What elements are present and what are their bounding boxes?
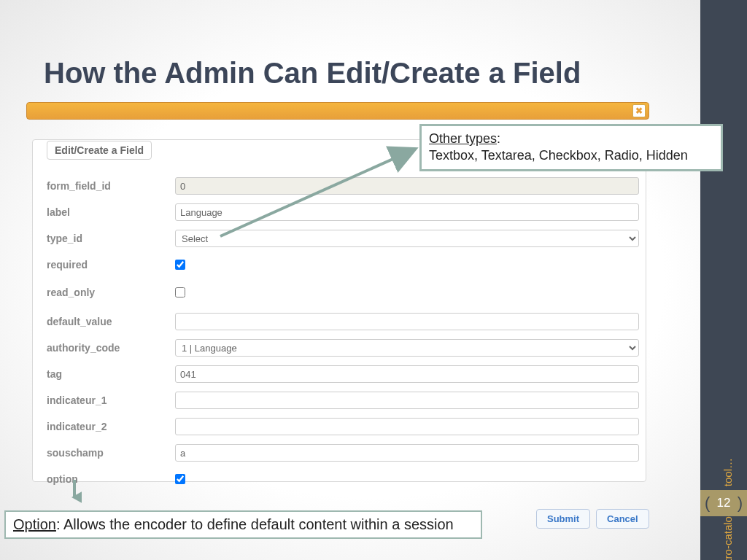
input-form-field-id bbox=[175, 177, 639, 195]
panel-legend: Edit/Create a Field bbox=[47, 141, 152, 160]
input-label[interactable] bbox=[175, 203, 639, 221]
slide-title: How the Admin Can Edit/Create a Field bbox=[44, 57, 581, 90]
row-authority-code: authority_code 1 | Language bbox=[47, 337, 639, 359]
label-type-id: type_id bbox=[47, 233, 175, 244]
row-form-field-id: form_field_id bbox=[47, 175, 639, 197]
page-number: 12 bbox=[700, 490, 747, 516]
input-default-value[interactable] bbox=[175, 313, 639, 330]
row-read-only: read_only bbox=[47, 281, 639, 303]
row-tag: tag bbox=[47, 363, 639, 385]
input-tag[interactable] bbox=[175, 365, 639, 383]
close-icon[interactable]: ✖ bbox=[632, 104, 646, 117]
row-label: label bbox=[47, 201, 639, 223]
select-authority-code[interactable]: 1 | Language bbox=[175, 339, 639, 357]
label-indicateur-1: indicateur_1 bbox=[47, 394, 175, 406]
callout-option: Option: Allows the encoder to define def… bbox=[4, 510, 482, 539]
cancel-button[interactable]: Cancel bbox=[596, 509, 649, 529]
row-default-value: default_value bbox=[47, 311, 639, 332]
row-option: option bbox=[47, 468, 639, 490]
label-form-field-id: form_field_id bbox=[47, 180, 175, 192]
select-type-id[interactable]: Select bbox=[175, 230, 639, 247]
label-read-only: read_only bbox=[47, 287, 175, 298]
input-indicateur-2[interactable] bbox=[175, 418, 639, 435]
checkbox-option[interactable] bbox=[175, 474, 185, 484]
label-indicateur-2: indicateur_2 bbox=[47, 421, 175, 432]
checkbox-read-only[interactable] bbox=[175, 287, 185, 298]
submit-button[interactable]: Submit bbox=[536, 509, 590, 529]
notification-bar: ✖ bbox=[26, 102, 649, 120]
row-type-id: type_id Select bbox=[47, 228, 639, 249]
slide-content: How the Admin Can Edit/Create a Field ✖ … bbox=[0, 0, 700, 560]
label-souschamp: souschamp bbox=[47, 447, 175, 459]
callout-other-types: Other types: Textbox, Textarea, Checkbox… bbox=[419, 124, 723, 171]
callout-types-body: Textbox, Textarea, Checkbox, Radio, Hidd… bbox=[429, 148, 688, 163]
checkbox-required[interactable] bbox=[175, 260, 185, 270]
label-label: label bbox=[47, 206, 175, 218]
row-indicateur-2: indicateur_2 bbox=[47, 416, 639, 438]
form-buttons: Submit Cancel bbox=[536, 509, 649, 529]
sidebar-stripe: Scriptorium, a retro-cataloguing tool… 1… bbox=[700, 0, 747, 560]
label-required: required bbox=[47, 259, 175, 271]
row-indicateur-1: indicateur_1 bbox=[47, 389, 639, 411]
callout-option-head: Option bbox=[13, 516, 56, 532]
label-authority-code: authority_code bbox=[47, 342, 175, 354]
callout-types-head: Other types bbox=[429, 131, 497, 146]
label-option: option bbox=[47, 473, 175, 485]
input-souschamp[interactable] bbox=[175, 444, 639, 462]
label-tag: tag bbox=[47, 368, 175, 380]
label-default-value: default_value bbox=[47, 316, 175, 327]
row-required: required bbox=[47, 254, 639, 276]
row-souschamp: souschamp bbox=[47, 442, 639, 464]
input-indicateur-1[interactable] bbox=[175, 392, 639, 409]
